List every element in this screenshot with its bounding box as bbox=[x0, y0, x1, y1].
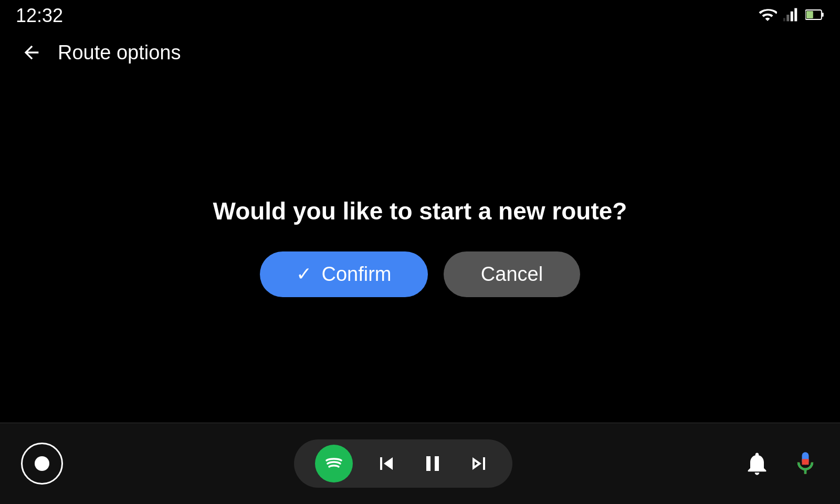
pause-button[interactable] bbox=[420, 451, 445, 476]
status-time: 12:32 bbox=[16, 5, 63, 27]
mic-button[interactable] bbox=[792, 450, 819, 477]
next-button[interactable] bbox=[466, 451, 491, 476]
svg-rect-1 bbox=[822, 13, 824, 17]
notification-button[interactable] bbox=[743, 450, 771, 477]
wifi-icon bbox=[758, 5, 777, 26]
media-controls bbox=[294, 439, 512, 488]
bottom-bar bbox=[0, 423, 840, 504]
confirm-label: Confirm bbox=[321, 263, 391, 286]
status-bar: 12:32 bbox=[0, 0, 840, 32]
battery-icon bbox=[805, 5, 824, 26]
record-button[interactable] bbox=[21, 443, 63, 485]
cancel-button[interactable]: Cancel bbox=[444, 251, 580, 297]
signal-icon bbox=[783, 5, 799, 26]
spotify-button[interactable] bbox=[315, 445, 353, 482]
prev-button[interactable] bbox=[374, 451, 399, 476]
svg-rect-4 bbox=[802, 459, 809, 465]
bottom-left-controls bbox=[21, 443, 63, 485]
status-icons bbox=[758, 5, 824, 26]
confirm-button[interactable]: ✓ Confirm bbox=[260, 251, 428, 297]
cancel-label: Cancel bbox=[481, 263, 543, 285]
dialog-question: Would you like to start a new route? bbox=[213, 197, 627, 225]
page-title: Route options bbox=[58, 41, 181, 64]
checkmark-icon: ✓ bbox=[296, 263, 312, 285]
header: Route options bbox=[0, 32, 840, 74]
back-button[interactable] bbox=[21, 42, 42, 63]
dialog-buttons: ✓ Confirm Cancel bbox=[260, 251, 580, 297]
main-content: Would you like to start a new route? ✓ C… bbox=[0, 74, 840, 420]
bottom-right-controls bbox=[743, 450, 819, 477]
svg-rect-2 bbox=[806, 11, 813, 18]
record-inner bbox=[35, 456, 49, 471]
